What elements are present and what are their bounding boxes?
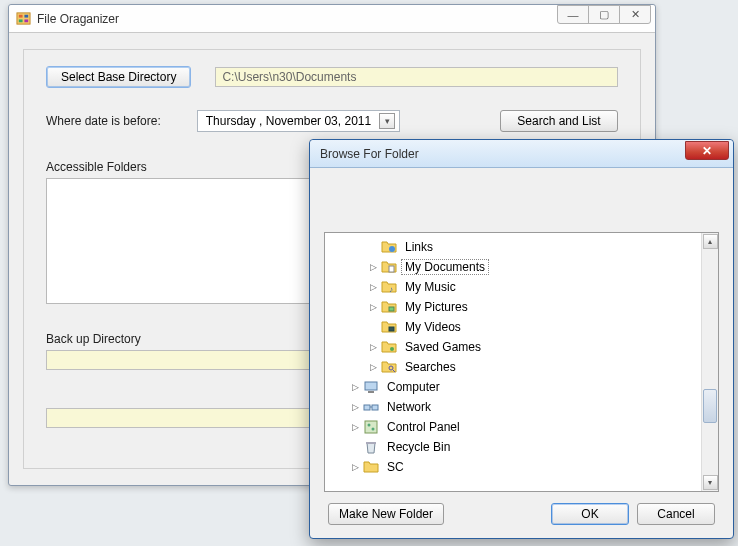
cancel-button[interactable]: Cancel (637, 503, 715, 525)
tree-item-computer[interactable]: ▷Computer (325, 377, 701, 397)
dialog-titlebar: Browse For Folder ✕ (310, 140, 733, 168)
tree-item-label: My Music (401, 279, 460, 295)
scroll-thumb[interactable] (703, 389, 717, 423)
folder-pics-icon (381, 299, 397, 315)
expander-icon[interactable]: ▷ (349, 402, 361, 412)
date-picker[interactable]: Thursday , November 03, 2011 ▾ (197, 110, 400, 132)
tree-item-links[interactable]: Links (325, 237, 701, 257)
folder-icon (363, 459, 379, 475)
tree-item-label: Control Panel (383, 419, 464, 435)
network-icon (363, 399, 379, 415)
date-value: Thursday , November 03, 2011 (206, 114, 371, 128)
expander-icon[interactable]: ▷ (367, 262, 379, 272)
maximize-button[interactable]: ▢ (588, 5, 620, 24)
control-icon (363, 419, 379, 435)
svg-text:♪: ♪ (389, 285, 393, 294)
tree-item-label: Links (401, 239, 437, 255)
svg-rect-14 (368, 391, 374, 393)
window-title: File Oraganizer (37, 12, 558, 26)
search-and-list-button[interactable]: Search and List (500, 110, 618, 132)
svg-rect-4 (24, 19, 28, 22)
svg-rect-1 (18, 15, 22, 18)
tree-item-control-panel[interactable]: ▷Control Panel (325, 417, 701, 437)
svg-rect-16 (372, 405, 378, 410)
folder-games-icon (381, 339, 397, 355)
tree-item-my-videos[interactable]: My Videos (325, 317, 701, 337)
svg-point-20 (372, 428, 375, 431)
computer-icon (363, 379, 379, 395)
svg-point-5 (389, 246, 395, 252)
window-controls: — ▢ ✕ (558, 5, 655, 32)
folder-docs-icon (381, 259, 397, 275)
dialog-close-button[interactable]: ✕ (685, 141, 729, 160)
svg-rect-8 (389, 307, 394, 311)
expander-icon[interactable]: ▷ (367, 302, 379, 312)
expander-icon[interactable]: ▷ (367, 362, 379, 372)
recycle-icon (363, 439, 379, 455)
titlebar: File Oraganizer — ▢ ✕ (9, 5, 655, 33)
close-button[interactable]: ✕ (619, 5, 651, 24)
tree-item-label: My Documents (401, 259, 489, 275)
tree-scrollbar[interactable]: ▴ ▾ (701, 233, 718, 491)
tree-item-label: Saved Games (401, 339, 485, 355)
tree-item-searches[interactable]: ▷Searches (325, 357, 701, 377)
expander-icon[interactable]: ▷ (367, 342, 379, 352)
svg-point-19 (368, 424, 371, 427)
expander-icon[interactable]: ▷ (349, 422, 361, 432)
tree-item-recycle-bin[interactable]: Recycle Bin (325, 437, 701, 457)
tree-item-my-pictures[interactable]: ▷My Pictures (325, 297, 701, 317)
expander-icon[interactable]: ▷ (367, 282, 379, 292)
scroll-up-button[interactable]: ▴ (703, 234, 718, 249)
tree-item-label: My Videos (401, 319, 465, 335)
scroll-down-button[interactable]: ▾ (703, 475, 718, 490)
ok-button[interactable]: OK (551, 503, 629, 525)
dialog-footer: Make New Folder OK Cancel (324, 492, 719, 528)
tree-item-saved-games[interactable]: ▷Saved Games (325, 337, 701, 357)
svg-rect-21 (366, 442, 376, 444)
expander-icon[interactable]: ▷ (349, 382, 361, 392)
tree-item-network[interactable]: ▷Network (325, 397, 701, 417)
expander-icon[interactable]: ▷ (349, 462, 361, 472)
tree-item-label: SC (383, 459, 408, 475)
folder-music-icon: ♪ (381, 279, 397, 295)
tree-item-label: Network (383, 399, 435, 415)
tree-item-label: My Pictures (401, 299, 472, 315)
tree-item-label: Searches (401, 359, 460, 375)
svg-rect-9 (389, 327, 394, 331)
folder-link-icon (381, 239, 397, 255)
dialog-title: Browse For Folder (320, 147, 685, 161)
app-icon (15, 11, 31, 27)
svg-rect-18 (365, 421, 377, 433)
select-base-directory-button[interactable]: Select Base Directory (46, 66, 191, 88)
folder-video-icon (381, 319, 397, 335)
svg-rect-6 (389, 266, 394, 272)
svg-rect-2 (24, 15, 28, 18)
tree-item-label: Recycle Bin (383, 439, 454, 455)
folder-search-icon (381, 359, 397, 375)
svg-rect-0 (16, 13, 29, 24)
tree-item-my-documents[interactable]: ▷My Documents (325, 257, 701, 277)
tree-item-label: Computer (383, 379, 444, 395)
make-new-folder-button[interactable]: Make New Folder (328, 503, 444, 525)
date-filter-label: Where date is before: (46, 114, 161, 128)
browse-for-folder-dialog: Browse For Folder ✕ Links▷My Documents▷♪… (309, 139, 734, 539)
tree-item-sc[interactable]: ▷SC (325, 457, 701, 477)
base-directory-field[interactable]: C:\Users\n30\Documents (215, 67, 618, 87)
tree-item-my-music[interactable]: ▷♪My Music (325, 277, 701, 297)
date-dropdown-icon[interactable]: ▾ (379, 113, 395, 129)
svg-rect-15 (364, 405, 370, 410)
dialog-body: Links▷My Documents▷♪My Music▷My Pictures… (310, 168, 733, 538)
folder-tree[interactable]: Links▷My Documents▷♪My Music▷My Pictures… (324, 232, 719, 492)
svg-rect-13 (365, 382, 377, 390)
svg-rect-3 (18, 19, 22, 22)
minimize-button[interactable]: — (557, 5, 589, 24)
svg-point-10 (390, 347, 394, 351)
